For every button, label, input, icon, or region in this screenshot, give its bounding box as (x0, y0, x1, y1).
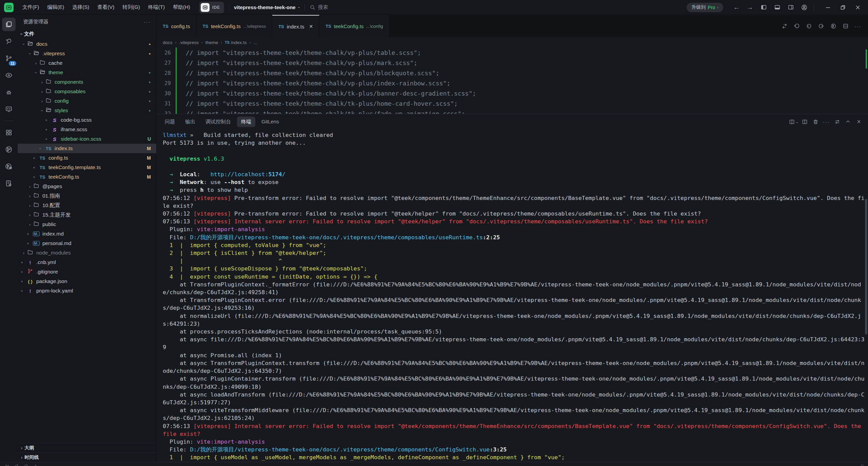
project-switcher[interactable]: vitepress-theme-teek-one › (234, 4, 300, 10)
tree-item-theme[interactable]: ›theme● (18, 68, 156, 77)
tree-item-index.md[interactable]: M↓index.md (18, 229, 156, 239)
tree-item-config.ts[interactable]: TSconfig.tsM (18, 153, 156, 163)
debug-bug-icon[interactable] (2, 85, 16, 99)
editor-tab-index.ts[interactable]: TSindex.ts✕ (272, 15, 319, 37)
change-start-icon[interactable] (804, 21, 814, 31)
terminal-settings-icon[interactable] (832, 117, 842, 126)
tree-item-teekConfig.ts[interactable]: TSteekConfig.tsM (18, 172, 156, 182)
kill-terminal-icon[interactable] (810, 117, 821, 126)
tree-item-package.json[interactable]: { }package.json (18, 277, 156, 286)
compare-changes-icon[interactable] (779, 21, 790, 31)
editor-tab-teekConfig.ts-3[interactable]: TSteekConfig.ts...\config (319, 15, 389, 37)
tree-item-config[interactable]: ›config● (18, 96, 156, 106)
tree-item-.cnb.yml[interactable]: !.cnb.yml (18, 258, 156, 267)
breadcrumb-item-index.ts[interactable]: TSindex.ts (225, 40, 247, 45)
remote-window-icon[interactable] (2, 102, 16, 116)
menu-item-3[interactable]: 查看(V) (93, 2, 118, 13)
breadcrumb-item-.vitepress[interactable]: .vitepress (179, 40, 199, 45)
tree-item-@pages[interactable]: ›@pages (18, 182, 156, 191)
new-terminal-split-icon[interactable]: ⌄ (789, 117, 799, 126)
toggle-panel-icon[interactable] (771, 2, 783, 13)
tree-item-10.配置[interactable]: ›10.配置 (18, 201, 156, 210)
menu-item-1[interactable]: 编辑(E) (43, 2, 68, 13)
close-tab-icon[interactable]: ✕ (309, 24, 313, 29)
explorer-icon[interactable] (2, 18, 16, 31)
close-window-button[interactable] (850, 2, 865, 13)
menu-item-6[interactable]: 帮助(H) (169, 2, 194, 13)
preview-eye-icon[interactable] (2, 68, 16, 82)
extensions-icon[interactable] (2, 126, 16, 139)
source-control-icon[interactable]: 11 (2, 52, 16, 65)
tree-item-iframe.scss[interactable]: Siframe.scss (18, 125, 156, 134)
panel-tab-终端[interactable]: 终端 (237, 117, 255, 127)
terminal-output[interactable]: llmstxt » Build started, file collection… (157, 129, 868, 462)
tree-item-components[interactable]: ›components● (18, 77, 156, 87)
terminal-scrollbar[interactable] (865, 199, 867, 335)
split-terminal-icon[interactable] (800, 117, 810, 126)
statusbar-right-items[interactable] (860, 464, 865, 466)
tree-item-teekConfig.template.ts[interactable]: TSteekConfig.template.tsM (18, 163, 156, 172)
bell-icon[interactable] (860, 464, 865, 466)
error-icon[interactable] (24, 464, 28, 466)
menu-item-2[interactable]: 选择(S) (68, 2, 93, 13)
tree-item-index.ts[interactable]: TSindex.tsM (18, 144, 156, 153)
statusbar-left-items[interactable] (5, 464, 38, 466)
panel-tab-调试控制台[interactable]: 调试控制台 (201, 117, 235, 127)
editor-tab-teekConfig.ts-1[interactable]: TSteekConfig.ts...\vitepress (197, 15, 273, 37)
search-icon[interactable] (2, 35, 16, 48)
git-graph-icon[interactable] (2, 143, 16, 156)
tree-item-.gitignore[interactable]: .gitignore (18, 267, 156, 277)
tree-item-docs[interactable]: ›docs● (18, 39, 156, 49)
branch-icon[interactable] (5, 464, 9, 466)
tree-item-composables[interactable]: ›composables● (18, 87, 156, 96)
account-icon[interactable] (798, 2, 810, 13)
tree-item-sidebar-icon.scss[interactable]: Ssidebar-icon.scssU (18, 134, 156, 144)
next-change-icon[interactable] (816, 21, 827, 31)
breadcrumb-item-docs[interactable]: docs (163, 40, 173, 45)
more-actions-icon[interactable]: ··· (144, 19, 151, 25)
panel-tab-GitLens[interactable]: GitLens (257, 117, 283, 127)
timeline-icon[interactable] (828, 21, 839, 31)
tree-item-pnpm-lock.yaml[interactable]: !pnpm-lock.yaml (18, 286, 156, 296)
global-search[interactable]: 搜索 (310, 4, 328, 11)
tree-item-01.指南[interactable]: ›01.指南 (18, 191, 156, 201)
tree-item-personal.md[interactable]: M↓personal.md (18, 239, 156, 248)
tree-item-15.主题开发[interactable]: ›15.主题开发 (18, 210, 156, 220)
restore-button[interactable] (835, 2, 850, 13)
tree-item-code-bg.scss[interactable]: Scode-bg.scss (18, 115, 156, 125)
git-history-icon[interactable] (2, 160, 16, 173)
tree-item-node_modules[interactable]: ›node_modules (18, 248, 156, 258)
tree-item-styles[interactable]: ›styles● (18, 106, 156, 115)
nav-forward-button[interactable]: → (744, 2, 756, 13)
panel-tab-问题[interactable]: 问题 (161, 117, 179, 127)
tree-item-public[interactable]: ›public (18, 220, 156, 229)
more-actions-icon[interactable]: ··· (852, 21, 863, 31)
menu-item-5[interactable]: 终端(T) (144, 2, 169, 13)
toggle-secondary-sidebar-icon[interactable] (785, 2, 796, 13)
prev-change-icon[interactable] (791, 21, 802, 31)
tree-item-.vitepress[interactable]: ›.vitepress● (18, 49, 156, 58)
close-panel-icon[interactable] (854, 117, 864, 126)
files-section-header[interactable]: › 文件 (18, 28, 156, 39)
runner-settings-icon[interactable] (2, 177, 16, 190)
editor-tab-config.ts[interactable]: TSconfig.ts (157, 15, 197, 37)
breadcrumb-item-theme[interactable]: theme (205, 40, 218, 45)
sidebar-section-大纲[interactable]: ›大纲 (18, 443, 156, 452)
ide-badge[interactable]: IDE (199, 2, 224, 13)
tree-item-cache[interactable]: ›cache (18, 58, 156, 68)
code-editor[interactable]: 26// import "vitepress-theme-teek/theme-… (157, 47, 868, 114)
breadcrumb-item-...[interactable]: ... (253, 40, 257, 45)
panel-tab-输出[interactable]: 输出 (181, 117, 199, 127)
sync-icon[interactable] (14, 464, 19, 466)
split-editor-icon[interactable] (840, 21, 851, 31)
minimize-button[interactable] (821, 2, 835, 13)
toggle-sidebar-icon[interactable] (758, 2, 769, 13)
menu-item-4[interactable]: 转到(G) (118, 2, 144, 13)
upgrade-pro-button[interactable]: 升级到 Pro › (687, 3, 723, 12)
sidebar-section-时间线[interactable]: ›时间线 (18, 452, 156, 462)
breadcrumb[interactable]: docs›.vitepress›theme›TSindex.ts›... (157, 37, 868, 47)
nav-back-button[interactable]: ← (731, 2, 742, 13)
more-actions-icon[interactable]: ··· (821, 117, 831, 126)
warning-icon[interactable] (33, 464, 38, 466)
maximize-panel-icon[interactable] (843, 117, 853, 126)
